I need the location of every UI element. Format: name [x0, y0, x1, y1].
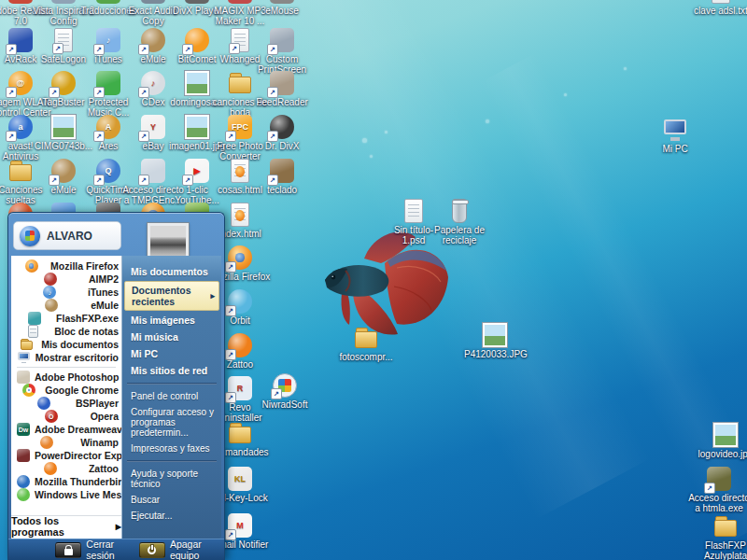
start-menu-item-mis-sitios-de-red[interactable]: Mis sitios de red	[122, 362, 221, 379]
start-menu-item-mis-im-genes[interactable]: Mis imágenes	[122, 312, 221, 329]
start-menu-item-itunes[interactable]: ♪iTunes	[11, 286, 121, 299]
desktop-icon-mi-pc[interactable]: Mi PC	[644, 118, 706, 154]
desktop-icon-clave-adsl-txt[interactable]: clave adsl.txt	[690, 0, 747, 16]
firefox-icon	[25, 259, 38, 273]
desktop-icon-label: teclado	[267, 185, 297, 195]
start-menu-item-buscar[interactable]: Buscar	[122, 492, 221, 508]
start-menu-item-emule[interactable]: eMule	[11, 299, 121, 312]
shortcut-arrow-icon: ↗	[93, 44, 105, 55]
desktop-icon-niwradsoft[interactable]: ↗NiwradSoft	[254, 373, 316, 410]
start-menu-body: Mozilla FirefoxAIMP2♪iTuneseMuleFlashFXP…	[11, 256, 221, 539]
start-menu-item-label: Ayuda y soporte técnico	[131, 469, 198, 489]
start-menu-item-configurar-acceso-y-programas-predetermin[interactable]: Configurar acceso y programas predetermi…	[122, 404, 221, 441]
desktop-icon-feedreader[interactable]: ↗FeedReader	[251, 71, 313, 107]
start-menu-item-mis-documentos[interactable]: Mis documentos	[11, 338, 121, 351]
desktop-screen: Adobe Reader 7.0Vista Inspirat 2 ConfigT…	[0, 0, 747, 560]
start-menu-item-mozilla-thunderbird[interactable]: Mozilla Thunderbird	[11, 475, 121, 488]
start-menu-item-label: Google Chrome	[45, 385, 119, 396]
square-icon	[28, 312, 41, 325]
start-menu-header: ALVARO	[8, 213, 224, 256]
start-menu-item-adobe-photoshop-cs[interactable]: Adobe Photoshop CS	[11, 371, 121, 384]
start-menu-item-windows-live-messenger[interactable]: Windows Live Messenger	[11, 488, 121, 501]
shortcut-arrow-icon: ↗	[225, 261, 236, 273]
start-menu-item-ejecutar[interactable]: Ejecutar...	[122, 508, 221, 524]
menu-separator	[127, 460, 217, 462]
start-menu-item-label: Zattoo	[89, 463, 119, 474]
start-menu-item-zattoo[interactable]: Zattoo	[11, 462, 121, 475]
start-menu-item-documentos-recientes[interactable]: Documentos recientes▸	[124, 281, 219, 311]
desktop-icon-flashfxp-azulyplata[interactable]: FlashFXP Azulyplata	[695, 514, 747, 560]
start-menu-item-winamp[interactable]: Winamp	[11, 436, 121, 449]
photo-icon	[483, 323, 507, 347]
all-programs-button[interactable]: Todos los programas▶	[11, 515, 121, 537]
shortcut-arrow-icon: ↗	[267, 44, 278, 55]
shortcut-arrow-icon: ↗	[704, 483, 715, 494]
start-menu-item-bloc-de-notas[interactable]: Bloc de notas	[11, 325, 121, 338]
desktop-icon-fotoscompr[interactable]: fotoscompr...	[335, 326, 397, 362]
start-menu-item-impresoras-y-faxes[interactable]: Impresoras y faxes	[122, 441, 221, 456]
desktop-icon-emouse[interactable]: eMouse	[251, 0, 313, 16]
start-menu-item-mozilla-firefox[interactable]: Mozilla Firefox	[11, 259, 121, 273]
desktop-icon-papelera-de-reciclaje[interactable]: Papelera de reciclaje	[429, 199, 490, 245]
start-menu-item-label: AIMP2	[89, 273, 119, 285]
log-off-button[interactable]: Cerrar sesión	[55, 539, 130, 560]
chrome-icon	[22, 384, 35, 397]
start-menu-item-label: eMule	[91, 300, 119, 311]
desktop-icon-logovideo-jpg[interactable]: logovideo.jpg	[695, 423, 747, 459]
shortcut-arrow-icon: ↗	[138, 131, 149, 142]
shortcut-arrow-icon: ↗	[49, 87, 60, 98]
start-menu-left-column: Mozilla FirefoxAIMP2♪iTuneseMuleFlashFXP…	[11, 256, 122, 539]
square-icon: ↗	[141, 159, 165, 183]
circle-icon: ♪↗	[141, 71, 165, 95]
start-menu-item-label: iTunes	[88, 287, 119, 298]
start-menu-item-powerdirector-express[interactable]: PowerDirector Express	[11, 449, 121, 462]
circle-icon	[44, 462, 57, 475]
desktop-icon-label: FlashFXP Azulyplata	[695, 540, 747, 560]
shortcut-arrow-icon: ↗	[267, 87, 278, 98]
start-menu-item-google-chrome[interactable]: Google Chrome	[11, 384, 121, 397]
start-menu-item-bsplayer[interactable]: BSPlayer	[11, 397, 121, 410]
desktop-icon-teclado[interactable]: ↗teclado	[251, 159, 313, 195]
start-menu-item-mi-m-sica[interactable]: Mi música	[122, 329, 221, 345]
start-menu-item-mostrar-escritorio[interactable]: Mostrar escritorio	[11, 351, 121, 364]
square-icon	[270, 0, 294, 4]
desktop-icon-p4120033-jpg[interactable]: P4120033.JPG	[464, 323, 526, 359]
shortcut-arrow-icon: ↗	[6, 131, 17, 142]
desktop-icon-label: eMule	[50, 185, 76, 195]
desktop-icon-acceso-directo-a-htmla-exe[interactable]: ↗Acceso directo a htmla.exe	[688, 467, 747, 513]
html-doc-icon	[231, 159, 249, 183]
start-menu-item-adobe-dreamweaver-cs3[interactable]: DwAdobe Dreamweaver CS3	[11, 423, 121, 436]
menu-separator	[127, 383, 217, 385]
circle-icon: ↗	[228, 289, 252, 314]
desktop-icon-label: Papelera de reciclaje	[429, 225, 490, 245]
start-menu-item-ayuda-y-soporte-t-cnico[interactable]: Ayuda y soporte técnico	[122, 466, 221, 492]
desktop-icon-label: logovideo.jpg	[698, 449, 747, 459]
shortcut-arrow-icon: ↗	[182, 44, 193, 55]
circle-icon: O	[45, 410, 58, 423]
shortcut-arrow-icon: ↗	[93, 131, 105, 142]
square-icon: ↗	[270, 159, 294, 183]
start-menu-item-panel-de-control[interactable]: Panel de control	[122, 388, 221, 404]
desktop-icon-dr-divx[interactable]: ↗Dr. DivX	[251, 115, 313, 151]
start-menu-item-mis-documentos[interactable]: Mis documentos	[122, 263, 221, 280]
desktop-icon-label: Orbit	[230, 315, 250, 326]
folder-icon	[713, 514, 738, 539]
circle-icon: Q↗	[96, 159, 120, 183]
start-menu-item-mi-pc[interactable]: Mi PC	[122, 345, 221, 362]
square-icon	[51, 0, 76, 4]
start-menu-item-aimp2[interactable]: AIMP2	[11, 273, 121, 286]
user-photo-thumbnail	[148, 223, 189, 259]
start-menu-item-label: Mi música	[131, 331, 178, 343]
windows-logo-icon	[20, 226, 40, 246]
shutdown-button[interactable]: Apagar equipo	[139, 539, 217, 560]
start-menu-item-opera[interactable]: OOpera	[11, 410, 121, 423]
user-name: ALVARO	[47, 230, 92, 243]
page-icon: ↗	[54, 28, 73, 52]
desktop-icon-label: Mi PC	[662, 144, 687, 154]
desktop-icon-custom-printscreen[interactable]: ↗Custom PrintScreen	[251, 28, 313, 75]
start-menu-item-label: Mozilla Firefox	[50, 260, 119, 272]
start-menu-item-flashfxp-exe[interactable]: FlashFXP.exe	[11, 312, 121, 325]
arrow-right-icon: ▶	[116, 523, 121, 531]
square-icon: ▶↗	[185, 159, 209, 183]
photo-icon	[713, 423, 738, 447]
